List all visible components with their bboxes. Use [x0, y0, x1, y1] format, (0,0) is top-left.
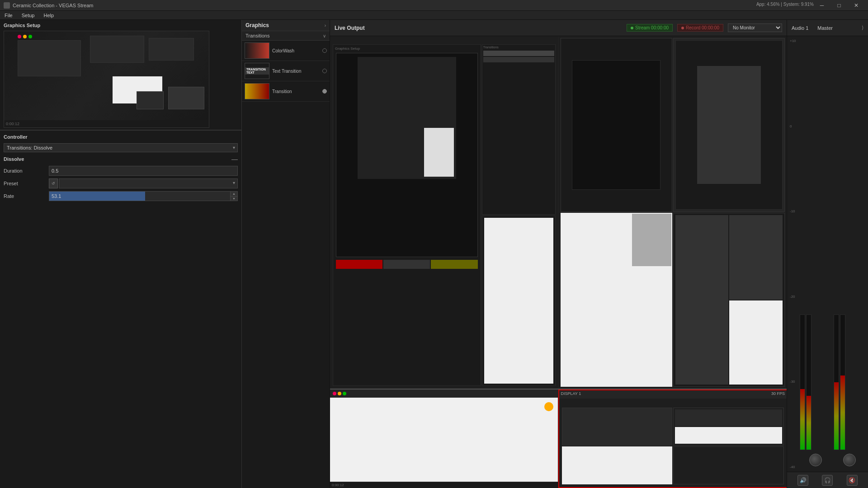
close-button[interactable]: ✕ — [848, 0, 864, 11]
mock-rect-1 — [18, 40, 81, 76]
minimize-button[interactable]: ─ — [814, 0, 830, 11]
dot-green — [343, 392, 346, 395]
monitor-4-right-bottom — [729, 300, 783, 385]
maximize-button[interactable]: □ — [831, 0, 847, 11]
colorwash-thumb — [245, 42, 269, 59]
live-right-1-label: Transitions — [482, 45, 555, 50]
audio-knob-master[interactable] — [843, 454, 856, 466]
mock-thumb-2 — [137, 91, 164, 109]
bottom-right-cell-1 — [562, 408, 673, 446]
menu-file[interactable]: File — [3, 12, 14, 19]
preview-mock — [4, 31, 209, 127]
preset-input-group: ↺ — [49, 178, 238, 188]
audio-speaker-btn[interactable]: 🔊 — [797, 475, 808, 486]
fps-label: 30 FPS — [771, 391, 785, 396]
live-upper-left-mock: Graphics Setup — [333, 44, 556, 386]
text-transition-inner-label: TRANSITION TEXT — [245, 67, 269, 75]
monitor-cell-2-inner — [675, 40, 783, 210]
bottom-right-cell-4 — [673, 446, 784, 484]
monitor-cell-3-overlay — [632, 214, 671, 266]
transitions-dropdown-row: Transitions: Dissolve — [4, 143, 238, 152]
dissolve-minimize-btn[interactable]: — — [231, 156, 238, 162]
live-right-1-bar — [483, 51, 554, 56]
transitions-dropdown[interactable]: Transitions: Dissolve — [4, 143, 238, 152]
transitions-sub-header: Transitions ∨ — [242, 31, 330, 41]
audio-meters-wrapper: +10 0 -10 -20 -30 -40 — [787, 36, 868, 472]
transition-item-text[interactable]: TRANSITION TEXT Text Transition — [242, 61, 330, 81]
live-left-mock-right-1: Transitions — [482, 44, 556, 215]
bottom-right-cell-2 — [673, 408, 784, 446]
graphics-expand-icon[interactable]: › — [325, 23, 326, 28]
live-mock-thumb-3 — [431, 260, 477, 269]
live-upper-left-content: Graphics Setup — [330, 36, 558, 389]
audio-channel-1-label: Audio 1 — [792, 25, 808, 31]
bottom-cell-right-content — [559, 399, 787, 487]
scale-minus20: -20 — [790, 295, 799, 299]
transitions-collapse-icon[interactable]: ∨ — [323, 33, 326, 38]
rate-spin-up[interactable]: ▲ — [231, 192, 237, 197]
duration-input[interactable] — [49, 166, 238, 176]
preset-dropdown[interactable] — [59, 178, 238, 188]
graphics-setup-section: Graphics Setup — [0, 20, 241, 130]
meter-fill-r1 — [807, 396, 811, 450]
mock-rect-3 — [149, 38, 194, 61]
preview-timestamp: 0:00:12 — [6, 122, 19, 126]
duration-label: Duration — [4, 168, 49, 174]
record-dot — [681, 27, 684, 29]
monitor-cell-3 — [561, 213, 672, 387]
live-upper-right-grid — [559, 36, 787, 389]
monitor-cell-1 — [561, 38, 672, 212]
audio-mute-btn[interactable]: 🔇 — [847, 475, 858, 486]
meter-fill-lm — [834, 382, 839, 450]
text-transition-radio[interactable] — [322, 69, 327, 73]
live-mock-thumb-1 — [336, 260, 382, 269]
monitor-select[interactable]: No Monitor — [728, 23, 782, 32]
bottom-cell-left-content: 0:00:12 — [330, 398, 558, 488]
graphics-preview-area: 0:00:12 — [4, 31, 209, 128]
bottom-header-dots — [333, 392, 346, 395]
preview-bottom-bar: 0:00:12 — [4, 120, 209, 127]
titlebar: Ceramic Collection - VEGAS Stream App: 4… — [0, 0, 868, 11]
live-upper-right — [559, 36, 787, 389]
meter-bar-rm — [840, 314, 845, 450]
bottom-right-cell-2-b — [675, 427, 782, 444]
meter-scale: +10 0 -10 -20 -30 -40 — [790, 39, 800, 469]
meter-bar-lm — [834, 314, 839, 450]
transition-item-gradient[interactable]: Transition — [242, 81, 330, 102]
live-grid-area: Graphics Setup — [330, 36, 787, 488]
rate-slider[interactable]: 53.1 — [49, 191, 231, 201]
menu-setup[interactable]: Setup — [20, 12, 37, 19]
audio-knob-1[interactable] — [809, 454, 822, 466]
transitions-list: ColorWash TRANSITION TEXT Text Transitio… — [242, 41, 330, 488]
stream-badge: Stream 00:00:00 — [627, 24, 673, 32]
bottom-cell-left-header — [330, 389, 558, 398]
menu-help[interactable]: Help — [42, 12, 56, 19]
live-left-mock-inner — [336, 53, 478, 257]
live-area: Live Output Stream 00:00:00 Record 00:00… — [330, 20, 787, 488]
monitor-cell-4 — [673, 213, 785, 387]
live-mock-thumbs — [333, 259, 481, 270]
live-bottom-section: 0:00:12 DISPLAY 1 30 FPS — [330, 389, 787, 488]
audio-header: Audio 1 Master ⟩ — [787, 20, 868, 36]
dot-red — [333, 392, 336, 395]
right-graphics-panel: Graphics › Transitions ∨ ColorWash — [241, 20, 330, 488]
transition-item-colorwash[interactable]: ColorWash — [242, 41, 330, 61]
audio-channel-1-meters — [800, 39, 832, 469]
meter-bar-r1 — [806, 314, 811, 450]
audio-headphone-btn[interactable]: 🎧 — [822, 475, 833, 486]
monitor-cell-1-content — [561, 38, 672, 211]
green-light — [28, 35, 32, 38]
scale-minus30: -30 — [790, 380, 799, 384]
monitor-2-mock — [697, 66, 761, 184]
sys-info: App: 4.56% | System: 9.91% — [756, 2, 814, 7]
monitor-cell-1-inner — [572, 60, 660, 190]
bottom-right-cell-2-a — [675, 409, 782, 426]
rate-spin-down[interactable]: ▼ — [231, 197, 237, 201]
audio-expand-btn[interactable]: ⟩ — [862, 25, 863, 31]
preset-reset-btn[interactable]: ↺ — [49, 178, 58, 188]
colorwash-radio[interactable] — [322, 48, 327, 53]
scale-0: 0 — [790, 124, 799, 128]
gradient-transition-radio[interactable] — [322, 89, 327, 94]
transitions-sub-title: Transitions — [245, 33, 269, 38]
text-transition-thumb: TRANSITION TEXT — [245, 63, 269, 79]
